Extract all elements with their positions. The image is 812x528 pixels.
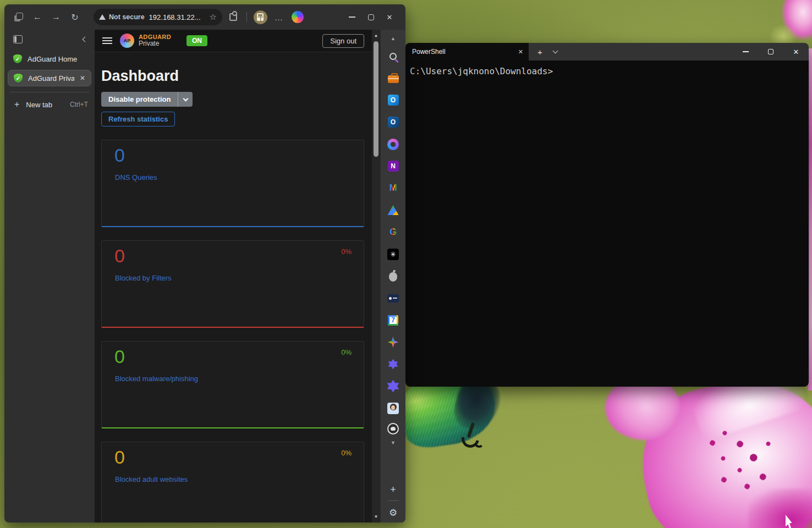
tab-adguard-private[interactable]: ✓ AdGuard Private ✕ [8, 70, 91, 86]
navy-app-icon[interactable] [387, 292, 400, 305]
favorite-star-icon[interactable]: ☆ [210, 12, 217, 22]
close-button[interactable]: ✕ [380, 9, 399, 25]
apple-icon[interactable] [387, 270, 400, 283]
check-icon: ✓ [16, 75, 20, 81]
mouse-cursor [786, 515, 794, 528]
new-tab-button[interactable]: + New tab Ctrl+T [4, 96, 95, 113]
disable-protection-dropdown[interactable] [178, 92, 193, 107]
url-text[interactable]: 192.168.31.22... [149, 13, 201, 21]
onenote-glyph: N [388, 161, 399, 172]
refresh-statistics-button[interactable]: Refresh statistics [101, 112, 175, 127]
rail-scroll-down-icon[interactable]: ▼ [387, 436, 400, 449]
minimize-button[interactable] [343, 9, 361, 25]
stat-label-link[interactable]: DNS Queries [115, 173, 157, 182]
collapse-sidebar-icon[interactable] [83, 37, 88, 42]
chatgpt-glyph: ✳ [387, 249, 399, 260]
google-glyph: G [389, 227, 397, 238]
github-icon[interactable] [387, 422, 400, 435]
stat-card-blocked-by-filters: 0 Blocked by Filters 0% [101, 240, 364, 328]
refresh-button[interactable]: ↻ [67, 9, 83, 25]
check-icon: ✓ [15, 56, 20, 62]
settings-more-button[interactable]: … [271, 9, 287, 25]
rail-add-button[interactable]: + [387, 483, 400, 496]
tab-label: AdGuard Private [28, 74, 74, 82]
terminal-tab-title: PowerShell [412, 48, 446, 56]
address-bar[interactable]: Not secure 192.168.31.22... ☆ [94, 9, 222, 25]
search-icon[interactable] [387, 50, 400, 63]
google-icon[interactable]: G [387, 226, 400, 239]
gemini-glyph [388, 337, 399, 348]
terminal-window-controls: ✕ [733, 43, 809, 61]
tabs-divider [10, 92, 89, 92]
sign-out-button[interactable]: Sign out [322, 34, 364, 48]
plus-icon: + [14, 100, 19, 109]
rail-scroll-up-icon[interactable]: ▲ [387, 32, 400, 45]
terminal-new-tab-button[interactable]: + [537, 47, 542, 57]
tab-close-icon[interactable]: ✕ [80, 74, 85, 82]
adguard-shield-icon: ✓ [13, 54, 22, 63]
desktop: ← → ↻ Not secure 192.168.31.22... ☆ … ✕ [0, 0, 812, 528]
outlook-2-icon[interactable]: O [387, 116, 400, 129]
terminal-content[interactable]: C:\Users\jqknono\Downloads> [405, 61, 809, 387]
terminal-tab-close-icon[interactable]: ✕ [518, 48, 523, 56]
terminal-tab-powershell[interactable]: PowerShell ✕ [405, 43, 529, 61]
stacked-tabs-icon [16, 13, 23, 20]
stat-card-blocked-adult: 0 Blocked adult websites 0% [101, 442, 364, 522]
browser-window-controls: ✕ [343, 9, 399, 25]
stat-percent: 0% [341, 348, 352, 356]
scrollbar-up-arrow[interactable]: ▲ [372, 33, 380, 38]
edge-sidebar-rail: ▲ O O N M G ✳ 7 ▼ + [380, 30, 405, 522]
extensions-button[interactable] [226, 9, 241, 25]
refresh-icon: ↻ [71, 12, 78, 23]
tools-icon[interactable] [387, 72, 400, 85]
adguard-logo[interactable]: AP [120, 34, 134, 48]
ai-star-glyph [387, 380, 399, 393]
extension-badge-button[interactable] [253, 9, 268, 25]
terminal-maximize-button[interactable] [758, 43, 783, 61]
maximize-button[interactable] [361, 9, 380, 25]
ai-star-icon[interactable] [387, 358, 400, 371]
terminal-dropdown-icon[interactable] [552, 48, 558, 54]
back-button[interactable]: ← [30, 9, 45, 25]
chatgpt-icon[interactable]: ✳ [387, 248, 400, 261]
terminal-close-button[interactable]: ✕ [783, 43, 809, 61]
adguard-page: AP ADGUARD Private ON Sign out Dashboard… [95, 30, 372, 522]
gmail-icon[interactable]: M [387, 182, 400, 195]
onenote-icon[interactable]: N [387, 160, 400, 173]
tab-panel-icon[interactable] [13, 35, 23, 43]
brand-block: ADGUARD Private [139, 34, 171, 47]
copilot-button[interactable] [290, 9, 305, 25]
tab-actions-button[interactable] [11, 9, 26, 25]
foxglove-spots [697, 411, 801, 507]
outlook-icon[interactable]: O [387, 94, 400, 107]
stat-label-link[interactable]: Blocked adult websites [115, 475, 188, 483]
google-calendar-icon[interactable]: 7 [387, 314, 400, 327]
browser-toolbar: ← → ↻ Not secure 192.168.31.22... ☆ … ✕ [4, 4, 405, 30]
apple-glyph [389, 272, 397, 282]
profile-avatar-icon[interactable] [387, 402, 400, 415]
terminal-minimize-button[interactable] [733, 43, 758, 61]
google-drive-icon[interactable] [387, 204, 400, 217]
tab-label: AdGuard Home [28, 55, 77, 63]
menu-hamburger-icon[interactable] [102, 37, 112, 44]
forward-button[interactable]: → [48, 9, 64, 25]
stat-value: 0 [114, 145, 125, 166]
ai-star-2-icon[interactable] [387, 380, 400, 393]
not-secure-label[interactable]: Not secure [109, 13, 145, 21]
disable-protection-button[interactable]: Disable protection [101, 92, 178, 107]
stat-label-link[interactable]: Blocked by Filters [115, 274, 172, 282]
gemini-icon[interactable] [387, 336, 400, 349]
m365-glyph [387, 139, 399, 150]
scrollbar-thumb[interactable] [374, 41, 378, 157]
rail-settings-icon[interactable]: ⚙ [387, 506, 400, 519]
page-scrollbar[interactable]: ▲ ▼ [372, 30, 380, 522]
minimize-icon [349, 16, 355, 18]
calendar-glyph: 7 [388, 315, 398, 326]
new-tab-label: New tab [26, 101, 52, 109]
microsoft-365-icon[interactable] [387, 138, 400, 151]
scrollbar-down-arrow[interactable]: ▼ [372, 514, 380, 519]
stat-label-link[interactable]: Blocked malware/phishing [115, 375, 198, 383]
tab-adguard-home[interactable]: ✓ AdGuard Home [4, 51, 95, 67]
stat-value: 0 [114, 447, 125, 468]
logo-monogram: AP [124, 38, 131, 43]
